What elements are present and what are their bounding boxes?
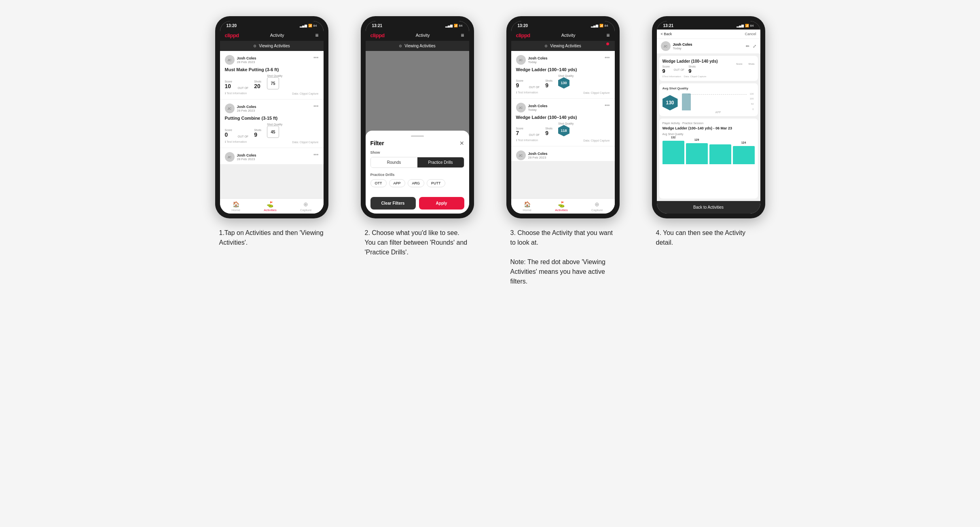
nav-bar-3: clippd Activity ≡: [511, 30, 615, 41]
card-menu-3-2[interactable]: •••: [605, 103, 610, 108]
rounds-toggle[interactable]: Rounds: [371, 157, 417, 167]
nav-item-home-3[interactable]: 🏠 Home: [523, 201, 531, 212]
shots-label-2: Shots: [254, 129, 261, 131]
card-user-3-2: JC Josh Coles Today: [516, 103, 548, 112]
detail-user-name: Josh Coles: [673, 42, 692, 47]
close-button[interactable]: ✕: [459, 140, 464, 146]
nav-item-activities-1[interactable]: ⛳ Activities: [264, 201, 277, 212]
clear-filters-button[interactable]: Clear Filters: [370, 197, 416, 210]
sq-badge-1: 75: [267, 77, 279, 89]
caption-2: 2. Choose what you'd like to see. You ca…: [365, 228, 470, 257]
score-group-3-2: Score 7: [516, 127, 523, 136]
user-name-3-3: Josh Coles: [528, 152, 548, 156]
avatar-3-2: JC: [516, 103, 526, 112]
phone-screen-2: 13:21 ▂▄▆ 📶 84 clippd Activity ≡ ⚙ Viewi…: [366, 21, 469, 214]
card-menu-3[interactable]: •••: [313, 152, 319, 158]
avg-sq-title: Avg Shot Quality: [663, 87, 755, 90]
signal-icon-2: ▂▄▆: [445, 24, 453, 28]
nav-item-capture-3[interactable]: ⊕ Capture: [591, 201, 603, 212]
nav-item-capture-1[interactable]: ⊕ Capture: [300, 201, 311, 212]
chart-app-label: APP: [682, 111, 755, 114]
activity-card-3-1[interactable]: JC Josh Coles Today ••• Wedge Ladder (10…: [511, 51, 615, 98]
data-source-2: Data: Clippd Capture: [292, 140, 318, 144]
apply-button[interactable]: Apply: [419, 197, 464, 210]
edit-icon[interactable]: ✏: [746, 44, 749, 49]
viewing-activities-bar-1[interactable]: ⚙ Viewing Activities: [220, 41, 324, 51]
avatar-3-1: JC: [516, 55, 526, 65]
chip-arg[interactable]: ARG: [408, 179, 425, 187]
avg-sq-row: 130 130 100 50 0 APP: [663, 93, 755, 113]
home-icon-1: 🏠: [233, 201, 239, 207]
capture-icon-1: ⊕: [303, 201, 308, 207]
avg-sq-section: Avg Shot Quality 130 130 100 50 0: [659, 83, 758, 116]
wifi-icon-4: 📶: [745, 24, 749, 28]
bar-label-2: 129: [694, 138, 699, 141]
card-menu-2[interactable]: •••: [313, 104, 319, 109]
caption-1: 1.Tap on Activities and then 'Viewing Ac…: [219, 228, 324, 248]
detail-action-icons: ✏ ⤢: [746, 44, 756, 49]
page-wrapper: 13:20 ▂▄▆ 📶 84 clippd Activity ≡ ⚙ Vi: [207, 16, 773, 286]
chip-app[interactable]: APP: [389, 179, 405, 187]
outof-2: OUT OF: [238, 135, 248, 138]
card-user-2: JC Josh Coles 28 Feb 2023: [225, 104, 256, 113]
user-name-2: Josh Coles: [237, 105, 256, 109]
user-info-1: Josh Coles 28 Feb 2023: [237, 56, 256, 64]
filter-icon-3: ⚙: [544, 44, 548, 48]
card-menu-3-1[interactable]: •••: [605, 55, 610, 61]
card-footer-3-1: ℹ Test Information Data: Clippd Capture: [516, 91, 610, 94]
card-user-3-3: JC Josh Coles 28 Feb 2023: [516, 150, 548, 160]
score-group-2: Score 0: [225, 129, 232, 138]
card-title-2: Putting Combine (3-15 ft): [225, 116, 319, 121]
mini-chart: 130 100 50 0 APP: [682, 93, 755, 113]
activity-card-3-partial: JC Josh Coles 28 Feb 2023 •••: [220, 148, 324, 164]
data-source-3-1: Data: Clippd Capture: [583, 91, 610, 94]
chip-ott[interactable]: OTT: [370, 179, 387, 187]
screen-content-1: JC Josh Coles 28 Feb 2023 ••• Must Make …: [220, 51, 324, 198]
practice-drills-toggle[interactable]: Practice Drills: [417, 157, 464, 167]
nav-logo-3: clippd: [516, 32, 530, 38]
chart-dashed-line: [688, 94, 747, 95]
score-group-3-1: Score 9: [516, 79, 523, 89]
detail-outof: OUT OF: [674, 68, 684, 71]
sq-group-2: Shot Quality 45: [267, 123, 282, 138]
nav-item-activities-3[interactable]: ⛳ Activities: [555, 201, 568, 212]
hamburger-icon-1[interactable]: ≡: [315, 32, 318, 38]
user-date-1: 28 Feb 2023: [237, 60, 256, 64]
card-header-3: JC Josh Coles 28 Feb 2023 •••: [225, 152, 319, 162]
viewing-activities-label-2: Viewing Activities: [404, 44, 436, 48]
user-info-3-2: Josh Coles Today: [528, 104, 548, 112]
filter-icon-1: ⚙: [253, 44, 256, 48]
hamburger-icon-2[interactable]: ≡: [461, 32, 464, 38]
shots-value-3-2: 9: [545, 130, 552, 136]
activity-card-1[interactable]: JC Josh Coles 28 Feb 2023 ••• Must Make …: [220, 51, 324, 99]
test-info-1: ℹ Test Information: [225, 92, 247, 95]
detail-user-bar: JC Josh Coles Today ✏ ⤢: [657, 38, 760, 53]
hamburger-icon-3[interactable]: ≡: [606, 32, 610, 38]
back-button[interactable]: < Back: [661, 32, 672, 36]
status-time-1: 13:20: [226, 23, 237, 28]
nav-item-home-1[interactable]: 🏠 Home: [232, 201, 240, 212]
wifi-icon-1: 📶: [308, 24, 312, 28]
phone-column-4: 13:21 ▂▄▆ 📶 84 < Back Cancel JC Jos: [644, 16, 773, 248]
expand-icon[interactable]: ⤢: [753, 44, 756, 49]
shots-group-2: Shots 9: [254, 129, 261, 138]
viewing-activities-bar-3[interactable]: ⚙ Viewing Activities: [511, 41, 615, 51]
user-name-3-1: Josh Coles: [528, 56, 548, 60]
card-footer-1: ℹ Test Information Data: Clippd Capture: [225, 92, 319, 95]
card-title-3-1: Wedge Ladder (100–140 yds): [516, 67, 610, 72]
card-menu-1[interactable]: •••: [313, 55, 319, 61]
active-filter-dot: [606, 42, 609, 45]
test-info-2: ℹ Test Information: [225, 140, 247, 144]
viewing-activities-bar-2[interactable]: ⚙ Viewing Activities: [366, 41, 469, 51]
phone-column-1: 13:20 ▂▄▆ 📶 84 clippd Activity ≡ ⚙ Vi: [207, 16, 337, 248]
chart-100-label: 100: [749, 97, 754, 100]
activity-card-3-2[interactable]: JC Josh Coles Today ••• Wedge Ladder (10…: [511, 99, 615, 146]
chip-putt[interactable]: PUTT: [427, 179, 445, 187]
sq-label-3-1: Shot Quality: [558, 74, 574, 77]
activity-card-2[interactable]: JC Josh Coles 28 Feb 2023 ••• Putting Co…: [220, 99, 324, 148]
toggle-row: Rounds Practice Drills: [370, 157, 464, 168]
back-to-activities-button[interactable]: Back to Activities: [657, 201, 760, 214]
score-value-2: 0: [225, 131, 232, 138]
cancel-button[interactable]: Cancel: [745, 32, 756, 36]
user-date-3: 28 Feb 2023: [237, 157, 256, 161]
